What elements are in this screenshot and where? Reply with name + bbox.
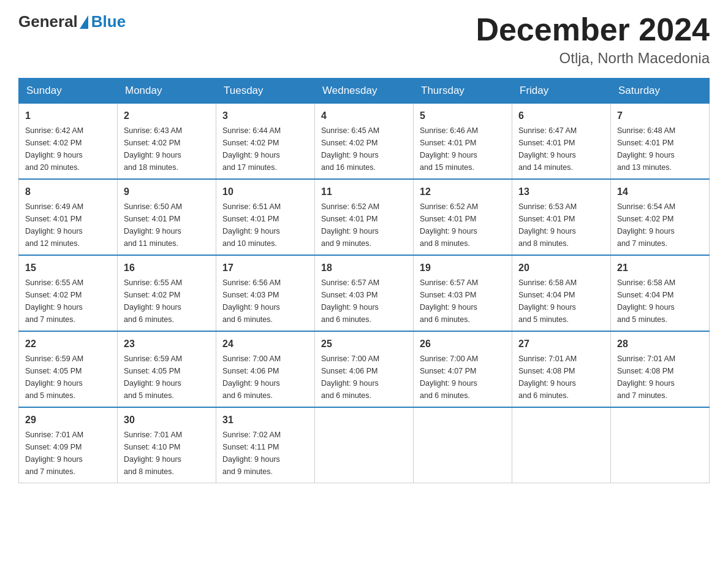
day-info: Sunrise: 6:45 AMSunset: 4:02 PMDaylight:… (321, 126, 379, 172)
day-number: 29 (25, 413, 111, 427)
title-section: December 2024 Otlja, North Macedonia (476, 12, 710, 67)
day-number: 6 (518, 109, 604, 123)
day-info: Sunrise: 6:48 AMSunset: 4:01 PMDaylight:… (617, 126, 675, 172)
calendar-cell: 17 Sunrise: 6:56 AMSunset: 4:03 PMDaylig… (216, 255, 315, 331)
day-number: 24 (222, 337, 308, 351)
day-number: 17 (222, 261, 308, 275)
day-info: Sunrise: 7:00 AMSunset: 4:07 PMDaylight:… (420, 354, 478, 400)
calendar-cell: 8 Sunrise: 6:49 AMSunset: 4:01 PMDayligh… (19, 179, 118, 255)
day-number: 31 (222, 413, 308, 427)
calendar-cell: 22 Sunrise: 6:59 AMSunset: 4:05 PMDaylig… (19, 331, 118, 407)
day-info: Sunrise: 6:57 AMSunset: 4:03 PMDaylight:… (420, 278, 478, 324)
day-info: Sunrise: 6:51 AMSunset: 4:01 PMDaylight:… (222, 202, 281, 248)
calendar-cell: 31 Sunrise: 7:02 AMSunset: 4:11 PMDaylig… (216, 407, 315, 483)
day-number: 13 (518, 185, 604, 199)
day-number: 23 (124, 337, 210, 351)
day-number: 9 (124, 185, 210, 199)
calendar-cell: 3 Sunrise: 6:44 AMSunset: 4:02 PMDayligh… (216, 104, 315, 180)
day-info: Sunrise: 6:56 AMSunset: 4:03 PMDaylight:… (222, 278, 281, 324)
calendar-week-row: 15 Sunrise: 6:55 AMSunset: 4:02 PMDaylig… (19, 255, 710, 331)
day-number: 30 (124, 413, 210, 427)
calendar-cell: 25 Sunrise: 7:00 AMSunset: 4:06 PMDaylig… (315, 331, 414, 407)
day-info: Sunrise: 6:42 AMSunset: 4:02 PMDaylight:… (25, 126, 83, 172)
calendar-cell: 15 Sunrise: 6:55 AMSunset: 4:02 PMDaylig… (19, 255, 118, 331)
location-title: Otlja, North Macedonia (476, 50, 710, 67)
calendar-cell: 23 Sunrise: 6:59 AMSunset: 4:05 PMDaylig… (118, 331, 216, 407)
day-info: Sunrise: 7:02 AMSunset: 4:11 PMDaylight:… (222, 431, 281, 476)
calendar-cell: 9 Sunrise: 6:50 AMSunset: 4:01 PMDayligh… (118, 179, 216, 255)
day-info: Sunrise: 7:00 AMSunset: 4:06 PMDaylight:… (222, 354, 281, 400)
day-number: 2 (124, 109, 210, 123)
column-header-tuesday: Tuesday (216, 79, 315, 104)
calendar-cell: 11 Sunrise: 6:52 AMSunset: 4:01 PMDaylig… (315, 179, 414, 255)
calendar-cell: 28 Sunrise: 7:01 AMSunset: 4:08 PMDaylig… (611, 331, 710, 407)
calendar-cell: 2 Sunrise: 6:43 AMSunset: 4:02 PMDayligh… (118, 104, 216, 180)
month-title: December 2024 (476, 12, 710, 47)
day-info: Sunrise: 7:01 AMSunset: 4:08 PMDaylight:… (617, 354, 675, 400)
day-number: 18 (321, 261, 407, 275)
calendar-cell: 30 Sunrise: 7:01 AMSunset: 4:10 PMDaylig… (118, 407, 216, 483)
day-info: Sunrise: 6:47 AMSunset: 4:01 PMDaylight:… (518, 126, 577, 172)
calendar-week-row: 1 Sunrise: 6:42 AMSunset: 4:02 PMDayligh… (19, 104, 710, 180)
logo: General Blue (18, 12, 126, 31)
day-number: 4 (321, 109, 407, 123)
calendar-cell (315, 407, 414, 483)
day-info: Sunrise: 6:52 AMSunset: 4:01 PMDaylight:… (420, 202, 478, 248)
day-info: Sunrise: 6:52 AMSunset: 4:01 PMDaylight:… (321, 202, 379, 248)
day-info: Sunrise: 7:01 AMSunset: 4:10 PMDaylight:… (124, 431, 182, 476)
logo-general-text: General (18, 12, 78, 31)
calendar-week-row: 29 Sunrise: 7:01 AMSunset: 4:09 PMDaylig… (19, 407, 710, 483)
column-header-sunday: Sunday (19, 79, 118, 104)
logo-blue-text: Blue (91, 12, 126, 31)
calendar-cell: 16 Sunrise: 6:55 AMSunset: 4:02 PMDaylig… (118, 255, 216, 331)
day-number: 12 (420, 185, 506, 199)
column-header-friday: Friday (512, 79, 611, 104)
day-info: Sunrise: 6:49 AMSunset: 4:01 PMDaylight:… (25, 202, 83, 248)
day-number: 25 (321, 337, 407, 351)
day-info: Sunrise: 6:54 AMSunset: 4:02 PMDaylight:… (617, 202, 675, 248)
day-number: 28 (617, 337, 703, 351)
day-number: 3 (222, 109, 308, 123)
day-number: 21 (617, 261, 703, 275)
day-number: 11 (321, 185, 407, 199)
column-header-saturday: Saturday (611, 79, 710, 104)
day-number: 26 (420, 337, 506, 351)
day-info: Sunrise: 6:59 AMSunset: 4:05 PMDaylight:… (124, 354, 182, 400)
day-number: 5 (420, 109, 506, 123)
calendar-cell: 19 Sunrise: 6:57 AMSunset: 4:03 PMDaylig… (414, 255, 512, 331)
calendar-cell (414, 407, 512, 483)
calendar-cell: 5 Sunrise: 6:46 AMSunset: 4:01 PMDayligh… (414, 104, 512, 180)
calendar-header-row: SundayMondayTuesdayWednesdayThursdayFrid… (19, 79, 710, 104)
logo-triangle-icon (80, 15, 88, 29)
day-number: 27 (518, 337, 604, 351)
calendar-cell: 24 Sunrise: 7:00 AMSunset: 4:06 PMDaylig… (216, 331, 315, 407)
calendar-cell: 7 Sunrise: 6:48 AMSunset: 4:01 PMDayligh… (611, 104, 710, 180)
day-number: 14 (617, 185, 703, 199)
day-number: 20 (518, 261, 604, 275)
day-info: Sunrise: 6:58 AMSunset: 4:04 PMDaylight:… (617, 278, 675, 324)
day-number: 15 (25, 261, 111, 275)
calendar-cell: 12 Sunrise: 6:52 AMSunset: 4:01 PMDaylig… (414, 179, 512, 255)
day-info: Sunrise: 6:58 AMSunset: 4:04 PMDaylight:… (518, 278, 577, 324)
day-info: Sunrise: 6:43 AMSunset: 4:02 PMDaylight:… (124, 126, 182, 172)
day-info: Sunrise: 6:59 AMSunset: 4:05 PMDaylight:… (25, 354, 83, 400)
day-number: 8 (25, 185, 111, 199)
calendar-cell: 13 Sunrise: 6:53 AMSunset: 4:01 PMDaylig… (512, 179, 611, 255)
calendar-cell: 21 Sunrise: 6:58 AMSunset: 4:04 PMDaylig… (611, 255, 710, 331)
calendar-cell: 26 Sunrise: 7:00 AMSunset: 4:07 PMDaylig… (414, 331, 512, 407)
calendar-cell: 4 Sunrise: 6:45 AMSunset: 4:02 PMDayligh… (315, 104, 414, 180)
day-info: Sunrise: 6:53 AMSunset: 4:01 PMDaylight:… (518, 202, 577, 248)
day-info: Sunrise: 6:50 AMSunset: 4:01 PMDaylight:… (124, 202, 182, 248)
day-number: 10 (222, 185, 308, 199)
calendar-week-row: 8 Sunrise: 6:49 AMSunset: 4:01 PMDayligh… (19, 179, 710, 255)
day-info: Sunrise: 7:01 AMSunset: 4:08 PMDaylight:… (518, 354, 577, 400)
calendar-cell: 27 Sunrise: 7:01 AMSunset: 4:08 PMDaylig… (512, 331, 611, 407)
calendar-cell: 20 Sunrise: 6:58 AMSunset: 4:04 PMDaylig… (512, 255, 611, 331)
calendar-week-row: 22 Sunrise: 6:59 AMSunset: 4:05 PMDaylig… (19, 331, 710, 407)
day-number: 16 (124, 261, 210, 275)
day-info: Sunrise: 6:57 AMSunset: 4:03 PMDaylight:… (321, 278, 379, 324)
day-info: Sunrise: 6:55 AMSunset: 4:02 PMDaylight:… (25, 278, 83, 324)
calendar-cell: 14 Sunrise: 6:54 AMSunset: 4:02 PMDaylig… (611, 179, 710, 255)
day-number: 22 (25, 337, 111, 351)
calendar-cell: 29 Sunrise: 7:01 AMSunset: 4:09 PMDaylig… (19, 407, 118, 483)
